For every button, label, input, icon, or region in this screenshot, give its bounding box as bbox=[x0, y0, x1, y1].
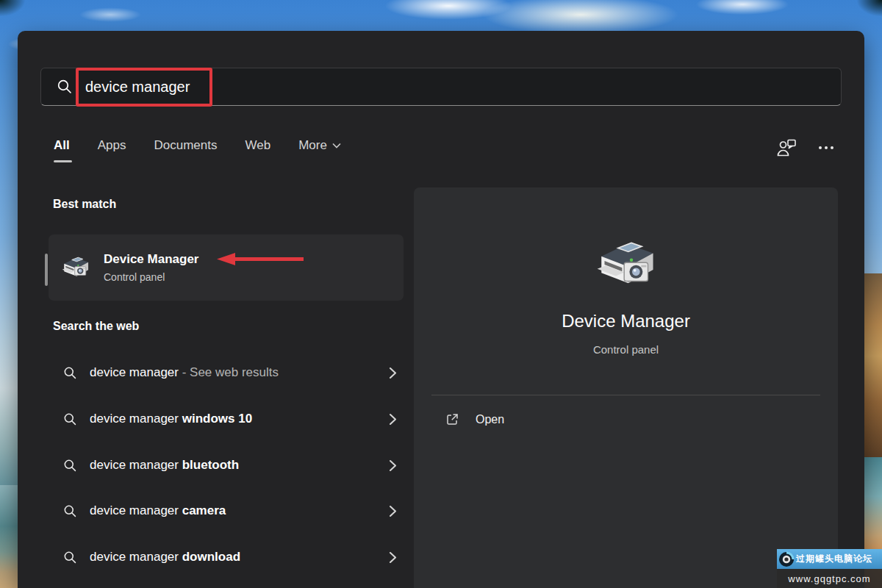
tab-documents[interactable]: Documents bbox=[154, 138, 217, 162]
best-match-title: Device Manager bbox=[104, 252, 198, 267]
preview-subtitle: Control panel bbox=[414, 343, 838, 356]
chevron-right-icon bbox=[389, 551, 397, 564]
chevron-down-icon bbox=[332, 143, 341, 148]
external-link-icon bbox=[445, 412, 459, 427]
feedback-icon[interactable] bbox=[776, 138, 797, 157]
windows-search-panel: All Apps Documents Web More bbox=[18, 31, 864, 588]
watermark: 过期罐头电脑论坛 www.gqgtpc.com bbox=[777, 549, 882, 588]
search-icon bbox=[63, 412, 77, 426]
tab-all[interactable]: All bbox=[54, 138, 70, 162]
web-suggestion-row[interactable]: device manager - See web results bbox=[53, 356, 401, 389]
chevron-right-icon bbox=[389, 505, 397, 517]
more-options-icon[interactable] bbox=[819, 146, 833, 149]
search-icon bbox=[57, 79, 73, 95]
chevron-right-icon bbox=[389, 459, 397, 472]
tab-apps[interactable]: Apps bbox=[98, 138, 126, 162]
tab-web[interactable]: Web bbox=[245, 138, 270, 162]
watermark-url: www.gqgtpc.com bbox=[788, 573, 870, 584]
best-match-label: Best match bbox=[53, 198, 116, 211]
chevron-right-icon bbox=[389, 367, 397, 379]
search-input[interactable] bbox=[85, 79, 776, 96]
search-icon bbox=[63, 459, 77, 473]
search-box[interactable] bbox=[40, 68, 842, 106]
search-icon bbox=[63, 366, 77, 380]
search-filter-tabs: All Apps Documents Web More bbox=[54, 138, 341, 162]
divider bbox=[431, 395, 820, 395]
watermark-site-name: 过期罐头电脑论坛 bbox=[796, 553, 872, 565]
wallpaper-sea-left bbox=[0, 485, 19, 588]
scrollbar-thumb[interactable] bbox=[45, 254, 48, 286]
preview-pane: Device Manager Control panel Open bbox=[414, 187, 838, 588]
web-suggestion-row[interactable]: device manager windows 10 bbox=[53, 403, 401, 435]
best-match-subtitle: Control panel bbox=[104, 271, 198, 283]
search-web-label: Search the web bbox=[53, 320, 139, 333]
search-icon bbox=[63, 551, 77, 564]
watermark-logo-icon bbox=[778, 551, 795, 567]
preview-title: Device Manager bbox=[414, 311, 838, 331]
web-suggestion-row[interactable]: device manager camera bbox=[53, 495, 401, 527]
open-action[interactable]: Open bbox=[445, 412, 504, 427]
tab-more[interactable]: More bbox=[298, 138, 341, 162]
best-match-result[interactable]: Device Manager Control panel bbox=[49, 234, 404, 301]
watermark-url-bar: www.gqgtpc.com bbox=[777, 569, 882, 588]
watermark-banner: 过期罐头电脑论坛 bbox=[777, 549, 882, 569]
chevron-right-icon bbox=[389, 413, 397, 426]
search-top-actions bbox=[776, 138, 833, 157]
device-manager-icon-large bbox=[593, 232, 659, 298]
open-label: Open bbox=[476, 413, 504, 426]
wallpaper-cliff bbox=[863, 273, 882, 457]
search-icon bbox=[63, 504, 77, 518]
device-manager-icon bbox=[60, 252, 91, 283]
web-suggestion-row[interactable]: device manager bluetooth bbox=[53, 449, 401, 481]
web-suggestion-row[interactable]: device manager download bbox=[53, 541, 401, 573]
